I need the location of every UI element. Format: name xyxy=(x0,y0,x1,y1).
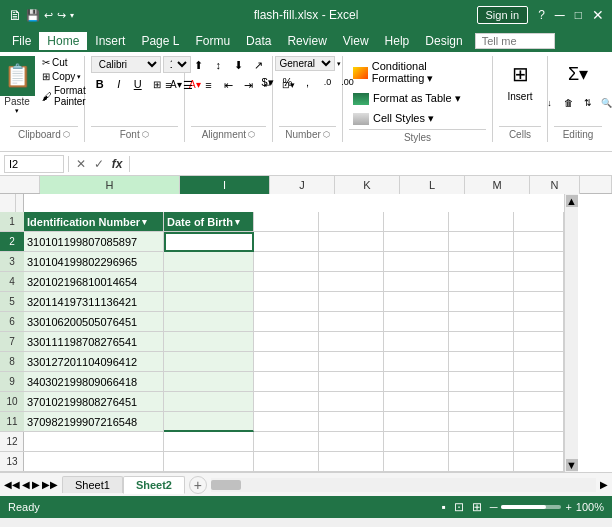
row-header-11[interactable]: 11 xyxy=(0,412,24,432)
cell-i9[interactable] xyxy=(164,372,254,392)
cell-j2[interactable] xyxy=(254,232,319,252)
menu-view[interactable]: View xyxy=(335,32,377,50)
quick-access-dropdown[interactable]: ▾ xyxy=(70,11,74,20)
cancel-formula-button[interactable]: ✕ xyxy=(73,156,89,172)
restore-button[interactable]: □ xyxy=(575,8,582,22)
cell-m4[interactable] xyxy=(449,272,514,292)
align-bottom-button[interactable]: ⬇ xyxy=(229,56,247,74)
cell-m9[interactable] xyxy=(449,372,514,392)
scroll-down-button[interactable]: ▼ xyxy=(566,459,578,471)
cell-h2[interactable]: 310101199807085897 xyxy=(24,232,164,252)
cell-l5[interactable] xyxy=(384,292,449,312)
italic-button[interactable]: I xyxy=(110,75,128,93)
cell-n12[interactable] xyxy=(514,432,564,452)
cell-j11[interactable] xyxy=(254,412,319,432)
percent-button[interactable]: % xyxy=(279,73,297,91)
align-center-button[interactable]: ☰ xyxy=(179,76,197,94)
cell-l10[interactable] xyxy=(384,392,449,412)
number-format-dropdown[interactable]: ▾ xyxy=(337,60,341,68)
cell-k8[interactable] xyxy=(319,352,384,372)
cell-l12[interactable] xyxy=(384,432,449,452)
cell-j3[interactable] xyxy=(254,252,319,272)
cell-m6[interactable] xyxy=(449,312,514,332)
menu-page-layout[interactable]: Page L xyxy=(133,32,187,50)
cut-button[interactable]: ✂ Cut xyxy=(39,56,89,69)
next-sheet-button[interactable]: ▶ xyxy=(32,479,40,490)
menu-formulas[interactable]: Formu xyxy=(187,32,238,50)
col-header-k[interactable]: K xyxy=(335,176,400,194)
cell-n9[interactable] xyxy=(514,372,564,392)
row-header-6[interactable]: 6 xyxy=(0,312,24,332)
prev-sheet-button[interactable]: ◀ xyxy=(22,479,30,490)
cell-n8[interactable] xyxy=(514,352,564,372)
page-break-view-button[interactable]: ⊞ xyxy=(472,500,482,514)
cell-k6[interactable] xyxy=(319,312,384,332)
font-name-select[interactable]: Calibri xyxy=(91,56,161,73)
col-header-j[interactable]: J xyxy=(270,176,335,194)
format-painter-button[interactable]: 🖌 Format Painter xyxy=(39,84,89,108)
zoom-plus-button[interactable]: + xyxy=(565,501,571,513)
add-sheet-button[interactable]: + xyxy=(189,476,207,494)
cell-j6[interactable] xyxy=(254,312,319,332)
cell-k9[interactable] xyxy=(319,372,384,392)
filter-arrow-i1[interactable]: ▾ xyxy=(235,217,240,227)
cell-h10[interactable]: 370102199808276451 xyxy=(24,392,164,412)
row-header-2[interactable]: 2 xyxy=(0,232,24,252)
cell-j12[interactable] xyxy=(254,432,319,452)
comma-button[interactable]: , xyxy=(299,73,317,91)
cell-k4[interactable] xyxy=(319,272,384,292)
cell-m1[interactable] xyxy=(449,212,514,232)
cell-n6[interactable] xyxy=(514,312,564,332)
row-header-3[interactable]: 3 xyxy=(0,252,24,272)
filter-arrow-h1[interactable]: ▾ xyxy=(142,217,147,227)
cell-i7[interactable] xyxy=(164,332,254,352)
h-scroll-thumb[interactable] xyxy=(211,480,241,490)
cell-j9[interactable] xyxy=(254,372,319,392)
cell-k11[interactable] xyxy=(319,412,384,432)
menu-help[interactable]: Help xyxy=(377,32,418,50)
row-header-8[interactable]: 8 xyxy=(0,352,24,372)
cell-m5[interactable] xyxy=(449,292,514,312)
save-icon[interactable]: 💾 xyxy=(26,9,40,22)
paste-button[interactable]: 📋 Paste ▾ xyxy=(0,56,35,115)
conditional-formatting-button[interactable]: Conditional Formatting ▾ xyxy=(349,58,486,87)
cell-h9[interactable]: 340302199809066418 xyxy=(24,372,164,392)
align-top-button[interactable]: ⬆ xyxy=(189,56,207,74)
row-header-1[interactable]: 1 xyxy=(0,212,24,232)
cell-k3[interactable] xyxy=(319,252,384,272)
cell-k10[interactable] xyxy=(319,392,384,412)
redo-icon[interactable]: ↪ xyxy=(57,9,66,22)
cell-i1[interactable]: Date of Birth ▾ xyxy=(164,212,254,232)
cell-m8[interactable] xyxy=(449,352,514,372)
sort-filter-button[interactable]: ⇅ xyxy=(579,94,597,112)
menu-design[interactable]: Design xyxy=(417,32,470,50)
cell-h4[interactable]: 320102196810014654 xyxy=(24,272,164,292)
cell-m2[interactable] xyxy=(449,232,514,252)
cell-i11[interactable] xyxy=(164,412,254,432)
col-header-m[interactable]: M xyxy=(465,176,530,194)
menu-data[interactable]: Data xyxy=(238,32,279,50)
align-right-button[interactable]: ≡ xyxy=(199,76,217,94)
col-header-i[interactable]: I xyxy=(180,176,270,194)
row-header-13[interactable]: 13 xyxy=(0,452,24,472)
cell-i10[interactable] xyxy=(164,392,254,412)
scroll-up-button[interactable]: ▲ xyxy=(566,195,578,207)
increase-indent-button[interactable]: ⇥ xyxy=(239,76,257,94)
cell-m13[interactable] xyxy=(449,452,514,472)
cell-l1[interactable] xyxy=(384,212,449,232)
cell-n13[interactable] xyxy=(514,452,564,472)
font-expand-icon[interactable]: ⬡ xyxy=(142,130,149,139)
align-left-button[interactable]: ≡ xyxy=(159,76,177,94)
cell-styles-button[interactable]: Cell Styles ▾ xyxy=(349,110,438,127)
cell-l4[interactable] xyxy=(384,272,449,292)
cell-k5[interactable] xyxy=(319,292,384,312)
h-scroll-right-button[interactable]: ▶ xyxy=(600,479,612,490)
cell-k13[interactable] xyxy=(319,452,384,472)
cell-h6[interactable]: 330106200505076451 xyxy=(24,312,164,332)
cell-i12[interactable] xyxy=(164,432,254,452)
cell-h7[interactable]: 330111198708276541 xyxy=(24,332,164,352)
number-format-select[interactable]: General xyxy=(275,56,335,71)
cell-j5[interactable] xyxy=(254,292,319,312)
row-header-9[interactable]: 9 xyxy=(0,372,24,392)
clear-button[interactable]: 🗑 xyxy=(560,94,578,112)
